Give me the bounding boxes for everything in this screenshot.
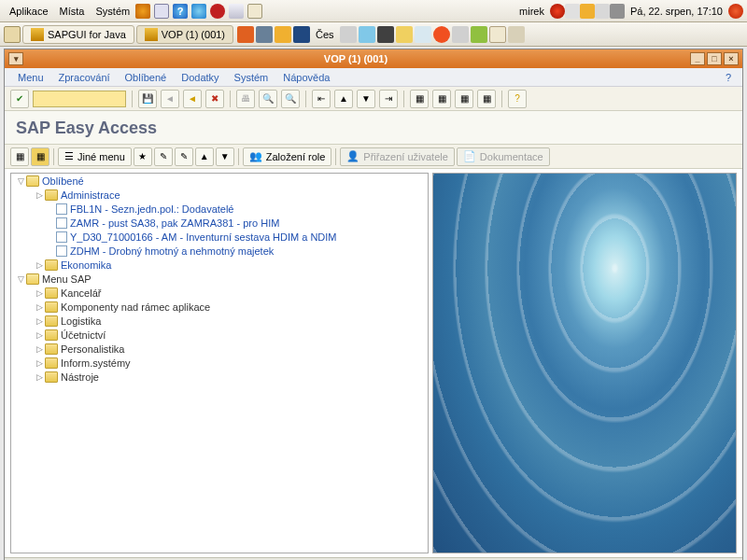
new-session-button[interactable]: ▦: [410, 90, 429, 108]
layout2-button[interactable]: ▦: [477, 90, 496, 108]
prev-page-button[interactable]: ▲: [334, 90, 353, 108]
network-icon[interactable]: [595, 4, 610, 19]
volume-icon[interactable]: [610, 4, 625, 19]
tray-app-icon[interactable]: [377, 26, 394, 43]
shortcut-button[interactable]: ▦: [432, 90, 451, 108]
menu-system[interactable]: Systém: [227, 70, 276, 85]
transaction-input[interactable]: [33, 91, 126, 107]
clock[interactable]: Pá, 22. srpen, 17:10: [625, 4, 728, 19]
show-desktop-icon[interactable]: [4, 26, 21, 43]
tb-icon[interactable]: ▦: [10, 147, 29, 166]
tray-icon-2[interactable]: [565, 4, 580, 19]
del-fav-button[interactable]: ✎: [154, 147, 173, 166]
tray-app-icon[interactable]: [471, 26, 487, 43]
tray-app-icon[interactable]: [237, 26, 254, 43]
tree-yd30[interactable]: Y_D30_71000166 - AM - Inventurní sestava…: [11, 230, 428, 244]
system-menu[interactable]: Systém: [90, 4, 135, 19]
minimize-button[interactable]: _: [690, 52, 705, 65]
workspace-switcher[interactable]: [489, 26, 506, 43]
mail-icon[interactable]: [154, 4, 169, 19]
tray-app-icon[interactable]: [396, 26, 413, 43]
close-button[interactable]: ×: [724, 52, 739, 65]
firefox-icon[interactable]: [135, 4, 150, 19]
tray-app-icon[interactable]: [256, 26, 273, 43]
apps-menu[interactable]: Aplikace: [4, 4, 54, 19]
enter-button[interactable]: ✔: [10, 90, 29, 108]
tb-icon[interactable]: ▦: [31, 147, 49, 166]
window-menu-icon[interactable]: ▾: [8, 52, 23, 65]
app-icon[interactable]: [229, 4, 244, 19]
tree-nastroje[interactable]: ▷Nástroje: [11, 370, 428, 384]
shutdown-icon[interactable]: [728, 4, 743, 19]
folder-icon: [45, 329, 58, 341]
change-fav-button[interactable]: ✎: [175, 147, 193, 166]
task-sapgui[interactable]: SAPGUI for Java: [22, 25, 134, 44]
task-label: SAPGUI for Java: [48, 29, 126, 40]
tree-komponenty[interactable]: ▷Komponenty nad rámec aplikace: [11, 300, 428, 314]
navigation-tree[interactable]: ▽Oblíbené ▷Administrace FBL1N - Sezn.jed…: [10, 173, 429, 553]
tree-logistika[interactable]: ▷Logistika: [11, 314, 428, 328]
next-page-button[interactable]: ▼: [357, 90, 375, 108]
help-button[interactable]: ?: [508, 90, 527, 108]
task-vop[interactable]: VOP (1) (001): [136, 25, 233, 44]
opera-icon[interactable]: [210, 4, 225, 19]
menu-favorites[interactable]: Oblíbené: [118, 70, 175, 85]
maximize-button[interactable]: □: [707, 52, 722, 65]
menu-extras[interactable]: Dodatky: [174, 70, 226, 85]
tree-kancelar[interactable]: ▷Kancelář: [11, 286, 428, 300]
create-role-button[interactable]: 👥 Založení role: [243, 147, 332, 166]
tray-icon-3[interactable]: [580, 4, 595, 19]
move-up-button[interactable]: ▲: [195, 147, 214, 166]
doc-icon: 📄: [463, 150, 476, 162]
terminal-icon[interactable]: [247, 4, 262, 19]
menu-help[interactable]: Nápověda: [275, 70, 337, 85]
transaction-icon: [56, 231, 67, 243]
user-label[interactable]: mirek: [514, 4, 550, 19]
tree-zdhm[interactable]: ZDHM - Drobný hmotný a nehmotný majetek: [11, 244, 428, 258]
folder-icon: [45, 371, 58, 383]
folder-icon: [45, 301, 58, 313]
add-fav-button[interactable]: ★: [134, 147, 152, 166]
places-menu[interactable]: Místa: [54, 4, 91, 19]
last-page-button[interactable]: ⇥: [379, 90, 398, 108]
folder-icon: [45, 259, 58, 271]
tray-app-icon[interactable]: [275, 26, 291, 43]
menu-menu[interactable]: Menu: [10, 70, 51, 85]
window-titlebar[interactable]: ▾ VOP (1) (001) _ □ ×: [5, 49, 742, 68]
tray-app-icon[interactable]: [340, 26, 357, 43]
tray-app-icon[interactable]: [452, 26, 469, 43]
content-area: ▽Oblíbené ▷Administrace FBL1N - Sezn.jed…: [5, 169, 742, 557]
tree-admin[interactable]: ▷Administrace: [11, 188, 428, 202]
trash-icon[interactable]: [508, 26, 525, 43]
move-down-button[interactable]: ▼: [216, 147, 234, 166]
tree-infosys[interactable]: ▷Inform.systémy: [11, 356, 428, 370]
folder-open-icon: [26, 175, 39, 187]
sap-splash-image: [432, 173, 737, 553]
tree-ucetnictvi[interactable]: ▷Účetnictví: [11, 328, 428, 342]
layout-button[interactable]: ▦: [455, 90, 473, 108]
konqueror-icon[interactable]: [191, 4, 206, 19]
exit-button[interactable]: ◄: [183, 90, 202, 108]
tree-menu-sap[interactable]: ▽Menu SAP: [11, 272, 428, 286]
tray-app-icon[interactable]: [359, 26, 375, 43]
documentation-button: 📄 Dokumentace: [457, 147, 550, 166]
keyboard-lang[interactable]: Čes: [312, 29, 338, 40]
help-icon[interactable]: ?: [173, 4, 188, 19]
menu-qmark[interactable]: ?: [720, 70, 737, 85]
tray-icon-1[interactable]: [550, 4, 565, 19]
cancel-button[interactable]: ✖: [205, 90, 224, 108]
tree-ekon[interactable]: ▷Ekonomika: [11, 258, 428, 272]
save-button: 💾: [138, 90, 157, 108]
tree-zamr[interactable]: ZAMR - pust SA38, pak ZAMRA381 - pro HIM: [11, 216, 428, 230]
menu-edit[interactable]: Zpracování: [51, 70, 118, 85]
tray-app-icon[interactable]: [415, 26, 431, 43]
window-title: VOP (1) (001): [23, 53, 688, 64]
tray-app-icon[interactable]: [433, 26, 450, 43]
tree-fbl1n[interactable]: FBL1N - Sezn.jedn.pol.: Dodavatelé: [11, 202, 428, 216]
other-menu-button[interactable]: ☰ Jiné menu: [58, 147, 132, 166]
tray-app-icon[interactable]: [293, 26, 310, 43]
tree-favorites[interactable]: ▽Oblíbené: [11, 174, 428, 188]
sap-window: ▾ VOP (1) (001) _ □ × Menu Zpracování Ob…: [4, 49, 743, 560]
tree-personalistika[interactable]: ▷Personalistika: [11, 342, 428, 356]
first-page-button[interactable]: ⇤: [312, 90, 331, 108]
